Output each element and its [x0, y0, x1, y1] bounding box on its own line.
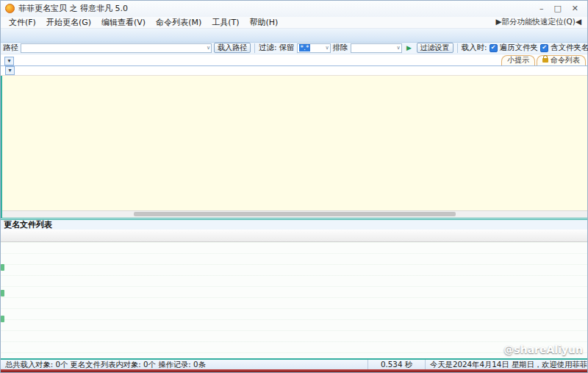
filter-label: 过滤:: [259, 43, 277, 53]
menu-item[interactable]: 命令列表(M): [151, 17, 207, 28]
exclude-label: 排除: [333, 43, 348, 53]
lock-icon: [542, 58, 548, 63]
load-when-label: 载入时:: [462, 43, 487, 53]
sub-tab-bar: [1, 66, 587, 76]
watermark: @shareAliyun: [503, 344, 583, 355]
menu-item[interactable]: 工具(T): [207, 17, 244, 28]
panels-area: [1, 76, 587, 218]
load-path-button[interactable]: 载入路径: [214, 43, 251, 53]
status-time: 0.534 秒: [368, 360, 426, 369]
edge-marks: [1, 264, 5, 345]
status-objects: 总共载入对象: 0个 更名文件列表内对象: 0个 操作记录: 0条: [1, 360, 368, 369]
tab-tips[interactable]: 小提示: [501, 55, 535, 65]
quick-locate-bar[interactable]: ▶部分功能快速定位(Q)◀: [495, 17, 584, 27]
app-icon: [5, 4, 15, 13]
menu-item[interactable]: 帮助(H): [245, 17, 284, 28]
minimize-button[interactable]: –: [539, 4, 544, 13]
window-title: 菲菲更名宝贝 之 得意非凡 5.0: [18, 3, 128, 14]
status-welcome: 今天是2024年4月14日 星期日，欢迎使用菲菲更名宝贝x64版！: [426, 360, 587, 369]
command-list-body[interactable]: [2, 76, 587, 210]
path-bar: 路径 载入路径 过滤: 保留 *.* 排除 过滤设置 载入时: 遍历文件夹 含文…: [1, 43, 587, 54]
menu-item[interactable]: 文件(F): [4, 17, 41, 28]
preview-bar: 更名文件列表: [1, 218, 587, 230]
keep-label: 保留: [279, 43, 295, 53]
menu-bar: 文件(F)开始更名(G)编辑查看(V)命令列表(M)工具(T)帮助(H) ▶部分…: [1, 17, 587, 29]
path-label: 路径: [3, 43, 18, 53]
tab-overflow-dropdown[interactable]: [4, 57, 14, 65]
maximize-button[interactable]: □: [553, 4, 561, 13]
menu-item[interactable]: 开始更名(G): [41, 17, 96, 28]
filter-settings-button[interactable]: 过滤设置: [417, 43, 453, 53]
rename-list-title: 更名文件列表: [4, 219, 52, 230]
keep-filter-combobox[interactable]: *.*: [297, 43, 331, 53]
tab-command-list[interactable]: 命令列表: [537, 55, 586, 65]
status-bar: 总共载入对象: 0个 更名文件列表内对象: 0个 操作记录: 0条 0.534 …: [1, 358, 587, 369]
command-list-hscrollbar[interactable]: [2, 210, 587, 218]
file-list-header: [1, 230, 587, 242]
app-window: 菲菲更名宝贝 之 得意非凡 5.0 – □ ✕ 文件(F)开始更名(G)编辑查看…: [0, 0, 588, 373]
right-tabs: 小提示 命令列表: [501, 55, 586, 65]
toolbar: [1, 29, 587, 43]
bottom-red-strip: [1, 369, 587, 372]
window-controls: – □ ✕: [539, 4, 583, 13]
divider: [254, 43, 255, 53]
menu-item[interactable]: 编辑查看(V): [96, 17, 151, 28]
apply-filter-icon[interactable]: [404, 43, 415, 53]
exclude-filter-combobox[interactable]: [351, 43, 402, 53]
menu-items: 文件(F)开始更名(G)编辑查看(V)命令列表(M)工具(T)帮助(H): [4, 17, 283, 28]
include-foldername-checkbox[interactable]: [540, 44, 548, 52]
main-tab-bar: 小提示 命令列表: [1, 54, 587, 66]
command-list-panel: [1, 76, 587, 218]
divider: [457, 43, 458, 53]
subtab-overflow-dropdown[interactable]: [5, 66, 15, 75]
file-list-body[interactable]: @shareAliyun: [1, 242, 587, 358]
traverse-folders-checkbox[interactable]: [490, 44, 498, 52]
scrollbar-thumb[interactable]: [134, 212, 456, 216]
traverse-folders-label: 遍历文件夹: [500, 43, 539, 53]
path-combobox[interactable]: [21, 43, 212, 53]
include-foldername-label: 含文件夹名: [551, 43, 588, 53]
close-button[interactable]: ✕: [572, 4, 578, 13]
title-bar: 菲菲更名宝贝 之 得意非凡 5.0 – □ ✕: [1, 1, 587, 17]
